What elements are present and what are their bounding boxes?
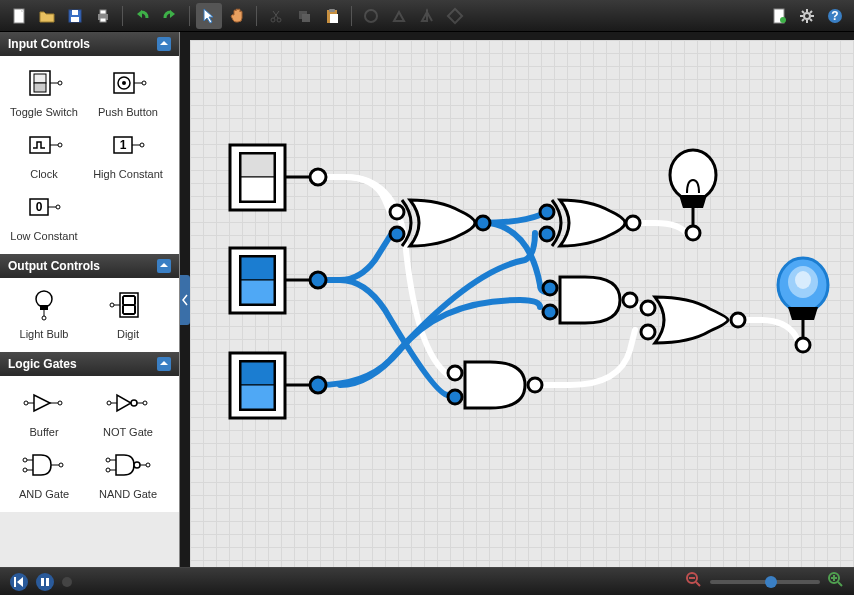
canvas-wrapper <box>180 32 854 567</box>
component-label: Digit <box>117 328 139 340</box>
svg-point-97 <box>390 205 404 219</box>
svg-point-107 <box>543 305 557 319</box>
component-light-bulb[interactable]: Light Bulb <box>2 284 86 346</box>
collapse-icon[interactable] <box>157 357 171 371</box>
svg-point-91 <box>310 272 326 288</box>
help-button[interactable]: ? <box>822 3 848 29</box>
section-header-output[interactable]: Output Controls <box>0 254 179 278</box>
collapse-icon[interactable] <box>157 37 171 51</box>
settings-button[interactable] <box>794 3 820 29</box>
section-body-input: Toggle Switch Push Button Clock 1 High C… <box>0 56 179 254</box>
toolbar-separator <box>256 6 257 26</box>
svg-rect-90 <box>241 280 274 304</box>
switch-3[interactable] <box>230 353 326 418</box>
svg-point-18 <box>804 13 810 19</box>
svg-point-108 <box>623 293 637 307</box>
svg-rect-2 <box>72 10 78 15</box>
zoom-slider[interactable] <box>710 580 820 584</box>
component-label: Clock <box>30 168 58 180</box>
undo-button[interactable] <box>129 3 155 29</box>
shape-circle-button[interactable] <box>358 3 384 29</box>
component-label: NAND Gate <box>99 488 157 500</box>
component-clock[interactable]: Clock <box>2 124 86 186</box>
paste-button[interactable] <box>319 3 345 29</box>
svg-point-53 <box>42 316 46 320</box>
section-title: Output Controls <box>8 259 100 273</box>
light-bulb-2[interactable] <box>778 258 828 352</box>
section-header-logic[interactable]: Logic Gates <box>0 352 179 376</box>
component-sidebar[interactable]: Input Controls Toggle Switch Push Button… <box>0 32 180 567</box>
sidebar-collapse-handle[interactable] <box>180 275 190 325</box>
open-file-button[interactable] <box>34 3 60 29</box>
svg-rect-93 <box>241 362 274 385</box>
main-toolbar: ? <box>0 0 854 32</box>
svg-line-23 <box>802 11 804 13</box>
svg-rect-117 <box>41 578 44 586</box>
svg-point-41 <box>58 143 62 147</box>
xor-gate-1[interactable] <box>390 200 490 246</box>
copy-button[interactable] <box>291 3 317 29</box>
zoom-in-button[interactable] <box>828 572 844 591</box>
pan-tool-button[interactable] <box>224 3 250 29</box>
svg-point-109 <box>641 301 655 315</box>
or-gate-1[interactable] <box>641 297 745 343</box>
svg-rect-6 <box>100 18 106 22</box>
component-not-gate[interactable]: NOT Gate <box>86 382 170 444</box>
svg-point-17 <box>780 17 786 23</box>
section-header-input[interactable]: Input Controls <box>0 32 179 56</box>
svg-rect-94 <box>241 385 274 409</box>
component-and-gate[interactable]: AND Gate <box>2 444 86 506</box>
svg-point-104 <box>448 390 462 404</box>
xor-gate-2[interactable] <box>540 200 640 246</box>
switch-2[interactable] <box>230 248 326 313</box>
save-button[interactable] <box>62 3 88 29</box>
section-title: Input Controls <box>8 37 90 51</box>
svg-point-63 <box>131 400 137 406</box>
snapshot-button[interactable] <box>766 3 792 29</box>
component-buffer[interactable]: Buffer <box>2 382 86 444</box>
status-dot <box>62 577 72 587</box>
component-label: NOT Gate <box>103 426 153 438</box>
svg-rect-30 <box>34 74 46 83</box>
svg-rect-116 <box>14 577 16 587</box>
svg-point-7 <box>271 18 275 22</box>
svg-line-120 <box>696 582 700 586</box>
svg-text:0: 0 <box>36 200 43 214</box>
svg-point-61 <box>107 401 111 405</box>
shape-square-button[interactable] <box>442 3 468 29</box>
svg-line-123 <box>838 582 842 586</box>
svg-point-38 <box>142 81 146 85</box>
new-file-button[interactable] <box>6 3 32 29</box>
pointer-tool-button[interactable] <box>196 3 222 29</box>
component-high-constant[interactable]: 1 High Constant <box>86 124 170 186</box>
switch-1[interactable] <box>230 145 326 210</box>
rotate-ccw-button[interactable] <box>386 3 412 29</box>
redo-button[interactable] <box>157 3 183 29</box>
and-gate-2[interactable] <box>543 277 637 323</box>
svg-point-103 <box>448 366 462 380</box>
pause-button[interactable] <box>36 573 54 591</box>
collapse-icon[interactable] <box>157 259 171 273</box>
component-push-button[interactable]: Push Button <box>86 62 170 124</box>
svg-point-14 <box>365 10 377 22</box>
svg-point-36 <box>122 81 126 85</box>
circuit-canvas[interactable] <box>190 40 854 567</box>
svg-point-87 <box>310 169 326 185</box>
component-low-constant[interactable]: 0 Low Constant <box>2 186 86 248</box>
svg-rect-5 <box>100 10 106 14</box>
svg-rect-89 <box>241 257 274 280</box>
print-button[interactable] <box>90 3 116 29</box>
zoom-out-button[interactable] <box>686 572 702 591</box>
component-label: AND Gate <box>19 488 69 500</box>
and-gate-1[interactable] <box>448 362 542 408</box>
component-digit[interactable]: Digit <box>86 284 170 346</box>
component-label: Push Button <box>98 106 158 118</box>
section-body-output: Light Bulb Digit <box>0 278 179 352</box>
svg-line-26 <box>802 19 804 21</box>
flip-button[interactable] <box>414 3 440 29</box>
component-nand-gate[interactable]: NAND Gate <box>86 444 170 506</box>
toolbar-separator <box>122 6 123 26</box>
component-toggle-switch[interactable]: Toggle Switch <box>2 62 86 124</box>
cut-button[interactable] <box>263 3 289 29</box>
restart-button[interactable] <box>10 573 28 591</box>
